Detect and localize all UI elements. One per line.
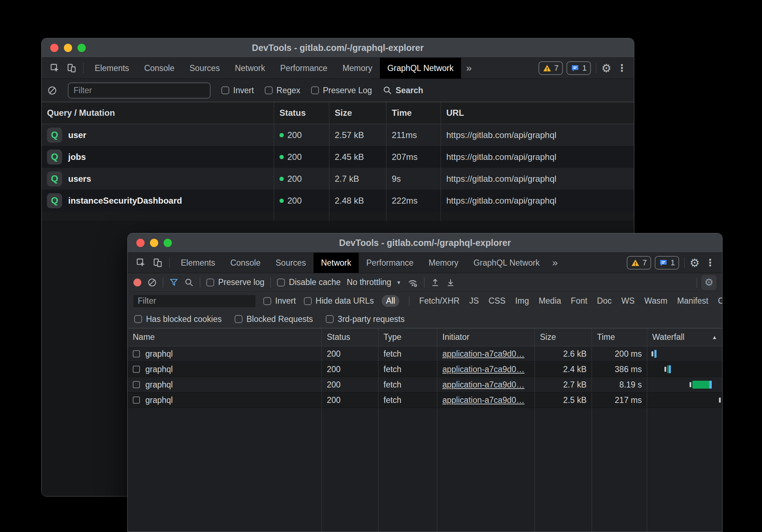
clear-icon[interactable] — [147, 278, 157, 287]
type-filter-other[interactable]: Other — [718, 296, 723, 306]
type-filter-all[interactable]: All — [382, 295, 400, 307]
minimize-window-button[interactable] — [64, 44, 72, 52]
device-toolbar-icon[interactable] — [149, 253, 166, 273]
export-har-icon[interactable] — [446, 278, 455, 287]
tab-graphql-network[interactable]: GraphQL Network — [466, 253, 547, 273]
tab-network[interactable]: Network — [314, 253, 359, 273]
device-toolbar-icon[interactable] — [63, 58, 80, 79]
column-header-status[interactable]: Status — [322, 328, 378, 346]
tab-sources[interactable]: Sources — [268, 253, 313, 273]
settings-gear-icon[interactable]: ⚙ — [601, 63, 611, 74]
type-filter-ws[interactable]: WS — [621, 296, 635, 306]
kebab-menu-icon[interactable]: ⋮ — [703, 258, 717, 268]
search-icon[interactable] — [184, 278, 194, 287]
column-header-time[interactable]: Time — [386, 102, 441, 124]
column-header-waterfall[interactable]: Waterfall ▲ — [647, 328, 722, 346]
table-row[interactable]: graphql 200 fetch application-a7ca9d0… 2… — [128, 377, 722, 393]
column-header-type[interactable]: Type — [378, 328, 437, 346]
checkbox[interactable] — [206, 279, 214, 286]
checkbox[interactable] — [235, 315, 243, 323]
initiator-link[interactable]: application-a7ca9d0… — [442, 380, 525, 390]
inspect-element-icon[interactable] — [133, 253, 149, 273]
tab-memory[interactable]: Memory — [421, 253, 466, 273]
column-header-url[interactable]: URL — [441, 102, 634, 124]
table-row[interactable]: graphql 200 fetch application-a7ca9d0… 2… — [128, 346, 722, 362]
invert-checkbox[interactable]: Invert — [221, 86, 254, 95]
tab-console[interactable]: Console — [223, 253, 268, 273]
tab-graphql-network[interactable]: GraphQL Network — [380, 58, 461, 79]
initiator-link[interactable]: application-a7ca9d0… — [442, 349, 525, 359]
search-button[interactable]: Search — [383, 86, 423, 95]
warnings-badge[interactable]: 7 — [627, 256, 651, 270]
disable-cache-checkbox[interactable]: Disable cache — [277, 277, 340, 287]
close-window-button[interactable] — [136, 239, 145, 247]
zoom-window-button[interactable] — [77, 44, 86, 52]
import-har-icon[interactable] — [431, 278, 440, 287]
third-party-requests-checkbox[interactable]: 3rd-party requests — [326, 314, 405, 324]
filter-input[interactable] — [133, 295, 255, 307]
column-header-size[interactable]: Size — [535, 328, 592, 346]
column-header-size[interactable]: Size — [329, 102, 386, 124]
checkbox[interactable] — [263, 297, 271, 305]
filter-input[interactable] — [68, 82, 211, 99]
initiator-link[interactable]: application-a7ca9d0… — [442, 395, 525, 405]
type-filter-font[interactable]: Font — [571, 296, 587, 306]
table-row[interactable]: Quser 200 2.57 kB 211ms https://gitlab.c… — [42, 124, 634, 146]
clear-icon[interactable] — [47, 86, 57, 95]
throttling-dropdown[interactable]: No throttling ▼ — [347, 277, 401, 287]
issues-badge[interactable]: 1 — [566, 61, 591, 75]
issues-badge[interactable]: 1 — [655, 256, 679, 270]
table-row[interactable]: Qjobs 200 2.45 kB 207ms https://gitlab.c… — [42, 146, 634, 168]
table-row[interactable]: graphql 200 fetch application-a7ca9d0… 2… — [128, 362, 722, 377]
checkbox[interactable] — [311, 86, 319, 94]
initiator-link[interactable]: application-a7ca9d0… — [442, 365, 525, 374]
close-window-button[interactable] — [50, 44, 58, 52]
type-filter-doc[interactable]: Doc — [597, 296, 612, 306]
tab-console[interactable]: Console — [137, 58, 182, 79]
type-filter-wasm[interactable]: Wasm — [644, 296, 667, 306]
tab-sources[interactable]: Sources — [182, 58, 227, 79]
checkbox[interactable] — [304, 297, 312, 305]
record-button[interactable] — [133, 279, 141, 286]
type-filter-media[interactable]: Media — [538, 296, 561, 306]
network-conditions-icon[interactable] — [407, 277, 418, 288]
checkbox[interactable] — [326, 315, 334, 323]
more-tabs-icon[interactable]: » — [461, 58, 477, 79]
has-blocked-cookies-checkbox[interactable]: Has blocked cookies — [134, 314, 222, 324]
type-filter-manifest[interactable]: Manifest — [677, 296, 708, 306]
tab-performance[interactable]: Performance — [359, 253, 421, 273]
settings-gear-icon[interactable]: ⚙ — [690, 257, 700, 269]
row-checkbox[interactable] — [133, 396, 140, 404]
regex-checkbox[interactable]: Regex — [265, 86, 300, 95]
column-header-initiator[interactable]: Initiator — [437, 328, 535, 346]
preserve-log-checkbox[interactable]: Preserve Log — [311, 86, 372, 95]
network-settings-gear-icon[interactable]: ⚙ — [701, 275, 716, 290]
column-header-name[interactable]: Name — [128, 328, 322, 346]
row-checkbox[interactable] — [133, 350, 140, 357]
row-checkbox[interactable] — [133, 381, 140, 388]
type-filter-img[interactable]: Img — [515, 296, 529, 306]
warnings-badge[interactable]: 7 — [538, 61, 563, 75]
more-tabs-icon[interactable]: » — [547, 253, 563, 273]
hide-data-urls-checkbox[interactable]: Hide data URLs — [304, 296, 374, 306]
kebab-menu-icon[interactable]: ⋮ — [615, 63, 629, 73]
minimize-window-button[interactable] — [150, 239, 158, 247]
table-row[interactable]: Qusers 200 2.7 kB 9s https://gitlab.com/… — [42, 168, 634, 190]
tab-network[interactable]: Network — [227, 58, 273, 79]
type-filter-css[interactable]: CSS — [489, 296, 505, 306]
tab-elements[interactable]: Elements — [87, 58, 137, 79]
checkbox[interactable] — [134, 315, 142, 323]
invert-checkbox[interactable]: Invert — [263, 296, 296, 306]
column-header-time[interactable]: Time — [592, 328, 647, 346]
table-row[interactable]: QinstanceSecurityDashboard 200 2.48 kB 2… — [42, 190, 634, 212]
row-checkbox[interactable] — [133, 366, 140, 373]
zoom-window-button[interactable] — [164, 239, 172, 247]
tab-elements[interactable]: Elements — [173, 253, 223, 273]
tab-performance[interactable]: Performance — [273, 58, 335, 79]
checkbox[interactable] — [265, 86, 273, 94]
table-row[interactable]: graphql 200 fetch application-a7ca9d0… 2… — [128, 393, 722, 408]
blocked-requests-checkbox[interactable]: Blocked Requests — [235, 314, 313, 324]
filter-funnel-icon[interactable] — [169, 278, 178, 287]
tab-memory[interactable]: Memory — [335, 58, 380, 79]
preserve-log-checkbox[interactable]: Preserve log — [206, 277, 264, 287]
